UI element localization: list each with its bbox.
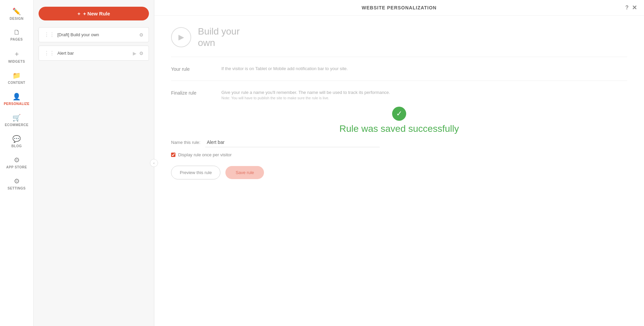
sidebar-label-widgets: WIDGETS	[8, 60, 25, 63]
build-section: ▶ Build your own	[171, 26, 627, 57]
rule-actions-alertbar: ▶ ⚙	[133, 51, 144, 56]
sidebar-item-design[interactable]: ✏️ DESIGN	[0, 3, 33, 24]
new-rule-button[interactable]: + + New Rule	[39, 7, 149, 20]
build-icon-circle: ▶	[171, 27, 191, 47]
success-check-icon: ✓	[392, 107, 406, 121]
play-circle-icon: ▶	[178, 33, 184, 42]
sidebar: ✏️ DESIGN 🗋 PAGES ＋ WIDGETS 📁 CONTENT 👤 …	[0, 0, 34, 326]
name-label: Name this rule:	[171, 140, 200, 145]
finalize-desc: Give your rule a name you'll remember. T…	[221, 89, 627, 96]
chevron-left-icon: ‹	[153, 161, 154, 165]
settings-icon: ⚙	[14, 177, 20, 185]
main-panel: WEBSITE PERSONALIZATION ? ✕ ▶ Build your…	[154, 0, 644, 326]
rule-actions-draft: ⚙	[139, 32, 144, 38]
rule-name-row: Name this rule:	[171, 138, 627, 147]
success-area: ✓ Rule was saved successfully	[171, 107, 627, 134]
save-rule-button[interactable]: Save rule	[225, 166, 264, 179]
content-icon: 📁	[12, 71, 21, 79]
sidebar-label-personalize: PERSONALIZE	[4, 102, 30, 106]
drag-handle-icon: ⋮⋮	[44, 32, 55, 38]
sidebar-item-ecommerce[interactable]: 🛒 ECOMMERCE	[0, 110, 33, 131]
sidebar-item-personalize[interactable]: 👤 PERSONALIZE	[0, 89, 33, 110]
sidebar-label-settings: SETTINGS	[7, 186, 25, 190]
build-title: Build your own	[198, 26, 240, 48]
sidebar-item-widgets[interactable]: ＋ WIDGETS	[0, 45, 33, 67]
sidebar-item-settings[interactable]: ⚙ SETTINGS	[0, 173, 33, 194]
pages-icon: 🗋	[13, 29, 20, 36]
sidebar-label-pages: PAGES	[10, 38, 23, 41]
finalize-note: Note: You will have to publish the site …	[221, 96, 627, 100]
blog-icon: 💬	[12, 135, 21, 143]
finalize-content: Give your rule a name you'll remember. T…	[221, 89, 627, 100]
close-button[interactable]: ✕	[632, 4, 637, 11]
your-rule-section: Your rule If the visitor is on Tablet or…	[171, 65, 627, 81]
main-body: ▶ Build your own Your rule If the visito…	[154, 16, 644, 326]
display-once-checkbox[interactable]	[171, 153, 175, 157]
main-header: WEBSITE PERSONALIZATION ? ✕	[154, 0, 644, 16]
drag-handle-icon-alertbar: ⋮⋮	[44, 50, 55, 56]
settings-icon-draft[interactable]: ⚙	[139, 32, 144, 38]
play-icon-alertbar[interactable]: ▶	[133, 51, 137, 56]
sidebar-item-content[interactable]: 📁 CONTENT	[0, 67, 33, 89]
sidebar-item-appstore[interactable]: ⚙ APP STORE	[0, 152, 33, 173]
rule-name-input[interactable]	[205, 138, 380, 147]
sidebar-label-content: CONTENT	[8, 81, 25, 85]
rule-item-draft[interactable]: ⋮⋮ [Draft] Build your own ⚙	[39, 27, 149, 42]
finalize-header: Finalize rule Give your rule a name you'…	[171, 89, 627, 100]
plus-icon: +	[77, 11, 80, 16]
your-rule-label: Your rule	[171, 65, 211, 72]
your-rule-desc: If the visitor is on Tablet or Mobile ad…	[221, 65, 627, 72]
pencil-icon: ✏️	[12, 7, 21, 15]
help-button[interactable]: ?	[625, 5, 629, 11]
settings-icon-alertbar[interactable]: ⚙	[139, 51, 144, 56]
preview-rule-button[interactable]: Preview this rule	[171, 166, 220, 179]
person-icon: 👤	[12, 93, 21, 101]
checkmark-icon: ✓	[396, 109, 402, 118]
sidebar-label-blog: BLOG	[11, 144, 22, 148]
sidebar-label-design: DESIGN	[10, 17, 23, 20]
widgets-icon: ＋	[13, 49, 20, 58]
display-once-row: Display rule once per visitor	[171, 152, 627, 157]
success-message: Rule was saved successfully	[339, 123, 459, 134]
window-title: WEBSITE PERSONALIZATION	[362, 5, 436, 10]
rule-item-alertbar[interactable]: ⋮⋮ Alert bar ▶ ⚙	[39, 46, 149, 61]
action-buttons: Preview this rule Save rule	[171, 166, 627, 179]
finalize-section: Finalize rule Give your rule a name you'…	[171, 89, 627, 190]
sidebar-item-pages[interactable]: 🗋 PAGES	[0, 24, 33, 45]
rule-name-draft: [Draft] Build your own	[57, 32, 139, 37]
display-once-label: Display rule once per visitor	[178, 152, 232, 157]
finalize-label: Finalize rule	[171, 89, 211, 96]
rule-name-alertbar: Alert bar	[57, 51, 133, 56]
cart-icon: 🛒	[12, 114, 21, 122]
sidebar-label-appstore: APP STORE	[6, 165, 27, 169]
collapse-panel-button[interactable]: ‹	[150, 159, 158, 167]
rules-panel: ‹ + + New Rule ⋮⋮ [Draft] Build your own…	[34, 0, 154, 326]
appstore-icon: ⚙	[14, 156, 20, 164]
sidebar-label-ecommerce: ECOMMERCE	[5, 123, 29, 127]
sidebar-item-blog[interactable]: 💬 BLOG	[0, 131, 33, 152]
